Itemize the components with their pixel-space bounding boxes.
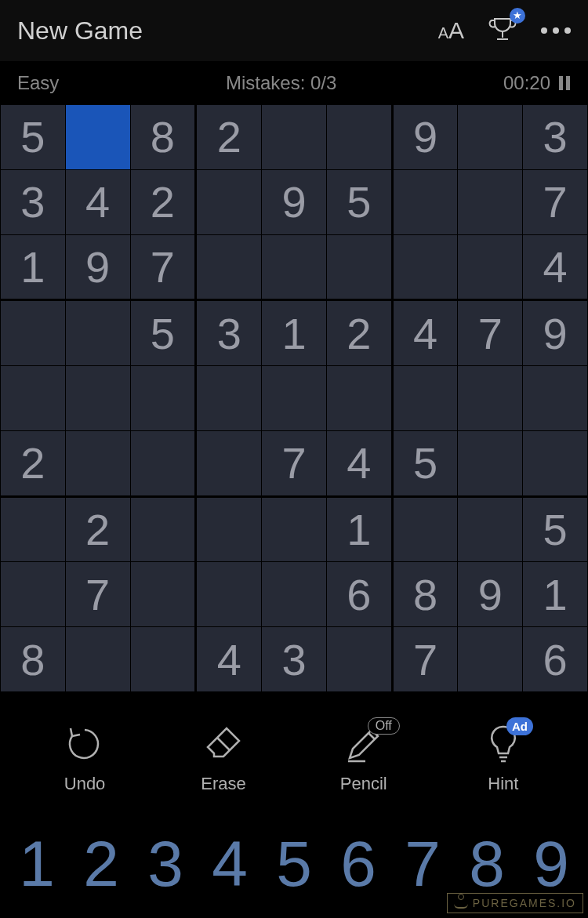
cell[interactable]: 3	[262, 627, 326, 691]
cell[interactable]	[66, 105, 130, 169]
numpad-7[interactable]: 7	[390, 827, 455, 901]
cell[interactable]	[262, 366, 326, 430]
cell[interactable]: 8	[394, 562, 458, 626]
cell[interactable]	[458, 627, 522, 691]
cell[interactable]: 7	[458, 301, 522, 365]
cell[interactable]	[523, 431, 587, 495]
cell[interactable]	[327, 105, 391, 169]
more-icon[interactable]	[541, 27, 571, 34]
cell[interactable]: 1	[262, 301, 326, 365]
numpad-6[interactable]: 6	[326, 827, 390, 901]
cell[interactable]: 4	[523, 235, 587, 299]
cell[interactable]: 5	[327, 170, 391, 234]
cell[interactable]: 5	[523, 498, 587, 562]
numpad-5[interactable]: 5	[262, 827, 326, 901]
cell[interactable]: 2	[197, 105, 261, 169]
cell[interactable]	[131, 562, 195, 626]
cell[interactable]	[197, 498, 261, 562]
cell[interactable]: 9	[523, 301, 587, 365]
cell[interactable]	[197, 431, 261, 495]
cell[interactable]: 7	[523, 170, 587, 234]
cell[interactable]	[458, 431, 522, 495]
cell[interactable]: 5	[1, 105, 65, 169]
trophy-icon[interactable]: ★	[486, 13, 519, 49]
cell[interactable]: 8	[1, 627, 65, 691]
cell[interactable]: 2	[66, 498, 130, 562]
cell[interactable]	[458, 498, 522, 562]
cell[interactable]	[327, 627, 391, 691]
cell[interactable]: 2	[131, 170, 195, 234]
cell[interactable]	[458, 170, 522, 234]
pencil-button[interactable]: Off Pencil	[340, 722, 387, 794]
undo-button[interactable]: Undo	[63, 722, 107, 794]
cell[interactable]	[458, 105, 522, 169]
cell[interactable]	[394, 170, 458, 234]
cell[interactable]	[131, 627, 195, 691]
cell[interactable]	[66, 301, 130, 365]
cell[interactable]: 1	[1, 235, 65, 299]
cell[interactable]	[66, 627, 130, 691]
cell[interactable]	[523, 366, 587, 430]
cell[interactable]	[197, 235, 261, 299]
cell[interactable]	[458, 235, 522, 299]
cell[interactable]	[262, 498, 326, 562]
cell[interactable]: 1	[523, 562, 587, 626]
ad-badge: Ad	[506, 717, 533, 735]
hint-button[interactable]: Ad Hint	[481, 722, 525, 794]
cell[interactable]	[66, 431, 130, 495]
numpad-4[interactable]: 4	[198, 827, 262, 901]
cell[interactable]	[262, 235, 326, 299]
cell[interactable]	[1, 366, 65, 430]
cell[interactable]: 3	[523, 105, 587, 169]
cell[interactable]	[131, 366, 195, 430]
cell[interactable]: 6	[327, 562, 391, 626]
cell[interactable]	[1, 498, 65, 562]
cell[interactable]	[458, 366, 522, 430]
cell[interactable]: 7	[66, 562, 130, 626]
cell[interactable]: 7	[394, 627, 458, 691]
cell[interactable]	[197, 170, 261, 234]
cell[interactable]	[327, 235, 391, 299]
cell[interactable]: 1	[327, 498, 391, 562]
cell[interactable]	[1, 301, 65, 365]
numpad-8[interactable]: 8	[455, 827, 519, 901]
numpad-2[interactable]: 2	[69, 827, 133, 901]
new-game-button[interactable]: New Game	[17, 16, 143, 45]
cell[interactable]: 3	[197, 301, 261, 365]
cell[interactable]: 2	[327, 301, 391, 365]
cell[interactable]	[131, 431, 195, 495]
cell[interactable]: 4	[66, 170, 130, 234]
cell[interactable]: 4	[394, 301, 458, 365]
cell[interactable]	[197, 366, 261, 430]
cell[interactable]: 5	[131, 301, 195, 365]
erase-button[interactable]: Erase	[201, 722, 245, 794]
cell[interactable]: 7	[262, 431, 326, 495]
cell[interactable]: 5	[394, 431, 458, 495]
cell[interactable]: 6	[523, 627, 587, 691]
cell[interactable]: 4	[327, 431, 391, 495]
cell[interactable]	[394, 498, 458, 562]
cell[interactable]: 9	[66, 235, 130, 299]
cell[interactable]	[327, 366, 391, 430]
cell[interactable]: 2	[1, 431, 65, 495]
cell[interactable]: 8	[131, 105, 195, 169]
cell[interactable]	[394, 235, 458, 299]
cell[interactable]: 9	[458, 562, 522, 626]
cell[interactable]	[394, 366, 458, 430]
pause-icon[interactable]	[558, 75, 571, 91]
cell[interactable]: 9	[262, 170, 326, 234]
cell[interactable]	[131, 498, 195, 562]
cell[interactable]: 3	[1, 170, 65, 234]
cell[interactable]: 7	[131, 235, 195, 299]
font-size-icon[interactable]: AA	[438, 17, 464, 44]
cell[interactable]: 9	[394, 105, 458, 169]
cell[interactable]	[197, 562, 261, 626]
cell[interactable]	[1, 562, 65, 626]
numpad-1[interactable]: 1	[5, 827, 69, 901]
cell[interactable]	[262, 105, 326, 169]
cell[interactable]	[262, 562, 326, 626]
cell[interactable]: 4	[197, 627, 261, 691]
numpad-9[interactable]: 9	[519, 827, 583, 901]
cell[interactable]	[66, 366, 130, 430]
numpad-3[interactable]: 3	[133, 827, 198, 901]
